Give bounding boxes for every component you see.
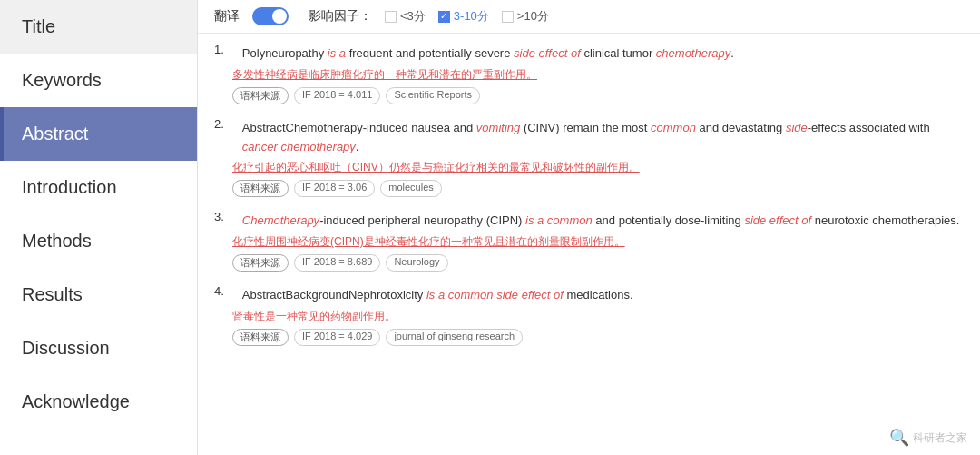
filter-3to10[interactable]: ✓ 3-10分 bbox=[438, 8, 489, 25]
source-tag: 语料来源 bbox=[232, 254, 289, 272]
checkmark-icon: ✓ bbox=[440, 12, 447, 21]
list-item: 2. AbstractChemotherapy-induced nausea a… bbox=[214, 117, 964, 198]
entry-meta: 语料来源 IF 2018 = 4.029 journal of ginseng … bbox=[232, 329, 964, 346]
text-styled: is a bbox=[328, 46, 346, 60]
sidebar-item-methods[interactable]: Methods bbox=[0, 214, 197, 268]
sidebar: TitleKeywordsAbstractIntroductionMethods… bbox=[0, 0, 198, 455]
sidebar-item-title[interactable]: Title bbox=[0, 0, 197, 54]
if-tag: IF 2018 = 4.029 bbox=[294, 329, 380, 346]
filter-gt10-checkbox bbox=[502, 11, 514, 23]
sidebar-item-acknowledge[interactable]: Acknowledge bbox=[0, 375, 197, 429]
text-styled: chemotherapy bbox=[656, 46, 730, 60]
entry-meta: 语料来源 IF 2018 = 3.06 molecules bbox=[232, 180, 964, 197]
sidebar-item-abstract[interactable]: Abstract bbox=[0, 107, 197, 161]
text-styled: cancer chemotherapy bbox=[242, 140, 356, 153]
entry-number: 1. bbox=[214, 43, 224, 56]
entry-translation: 多发性神经病是临床肿瘤化疗的一种常见和潜在的严重副作用。 bbox=[232, 66, 964, 83]
text-styled: Chemotherapy bbox=[242, 213, 319, 227]
if-tag: IF 2018 = 4.011 bbox=[294, 87, 380, 104]
if-tag: IF 2018 = 3.06 bbox=[294, 180, 375, 197]
text-styled: side effect of bbox=[744, 213, 811, 227]
filter-lt3-label: <3分 bbox=[400, 8, 426, 25]
entry-number: 3. bbox=[214, 210, 224, 223]
list-item: 3. Chemotherapy-induced peripheral neuro… bbox=[214, 210, 964, 272]
source-tag: 语料来源 bbox=[232, 329, 289, 346]
toggle-thumb bbox=[272, 9, 287, 24]
filter-gt10[interactable]: >10分 bbox=[502, 8, 549, 25]
main-content: 翻译 影响因子： <3分 ✓ 3-10分 >10分 bbox=[198, 0, 980, 455]
source-tag: 语料来源 bbox=[232, 180, 289, 197]
text-styled: side bbox=[786, 121, 808, 134]
text-styled: is a common bbox=[525, 213, 593, 227]
list-item: 1. Polyneuropathy is a frequent and pote… bbox=[214, 43, 964, 104]
toggle-track bbox=[252, 7, 289, 25]
entry-translation: 化疗引起的恶心和呕吐（CINV）仍然是与癌症化疗相关的最常见和破坏性的副作用。 bbox=[232, 159, 964, 175]
journal-tag: Neurology bbox=[386, 254, 447, 272]
entry-meta: 语料来源 IF 2018 = 4.011 Scientific Reports bbox=[232, 87, 964, 104]
sidebar-item-keywords[interactable]: Keywords bbox=[0, 54, 197, 107]
filter-lt3[interactable]: <3分 bbox=[385, 8, 426, 25]
text-styled: side effect of bbox=[514, 46, 581, 60]
if-tag: IF 2018 = 8.689 bbox=[294, 254, 380, 272]
entry-text: AbstractChemotherapy-induced nausea and … bbox=[242, 119, 964, 157]
entry-text: Chemotherapy-induced peripheral neuropat… bbox=[242, 212, 960, 231]
toolbar: 翻译 影响因子： <3分 ✓ 3-10分 >10分 bbox=[198, 0, 980, 34]
sidebar-item-introduction[interactable]: Introduction bbox=[0, 161, 197, 214]
entry-translation: 化疗性周围神经病变(CIPN)是神经毒性化疗的一种常见且潜在的剂量限制副作用。 bbox=[232, 233, 964, 250]
text-styled: is a common side effect of bbox=[426, 288, 564, 302]
filter-3to10-checkbox: ✓ bbox=[438, 11, 450, 23]
filter-label: 影响因子： bbox=[309, 8, 372, 25]
translate-label: 翻译 bbox=[214, 8, 240, 25]
entry-text: Polyneuropathy is a frequent and potenti… bbox=[242, 45, 734, 64]
entry-number: 4. bbox=[214, 284, 224, 298]
journal-tag: Scientific Reports bbox=[386, 87, 480, 104]
source-tag: 语料来源 bbox=[232, 87, 289, 104]
entry-number: 2. bbox=[214, 117, 224, 131]
filter-3to10-label: 3-10分 bbox=[454, 8, 489, 25]
entry-translation: 肾毒性是一种常见的药物副作用。 bbox=[232, 308, 964, 324]
filter-lt3-checkbox bbox=[385, 11, 397, 23]
entry-text: AbstractBackgroundNephrotoxicity is a co… bbox=[242, 286, 633, 305]
journal-tag: molecules bbox=[380, 180, 442, 197]
list-item: 4. AbstractBackgroundNephrotoxicity is a… bbox=[214, 284, 964, 346]
text-styled: common bbox=[651, 121, 696, 134]
content-list: 1. Polyneuropathy is a frequent and pote… bbox=[198, 34, 980, 455]
sidebar-item-discussion[interactable]: Discussion bbox=[0, 321, 197, 375]
text-styled: vomiting bbox=[476, 121, 520, 134]
main-wrapper: 翻译 影响因子： <3分 ✓ 3-10分 >10分 bbox=[198, 0, 980, 455]
journal-tag: journal of ginseng research bbox=[386, 329, 523, 346]
entry-meta: 语料来源 IF 2018 = 8.689 Neurology bbox=[232, 254, 964, 272]
filter-gt10-label: >10分 bbox=[517, 8, 549, 25]
translate-toggle[interactable] bbox=[252, 7, 289, 25]
sidebar-item-results[interactable]: Results bbox=[0, 268, 197, 321]
